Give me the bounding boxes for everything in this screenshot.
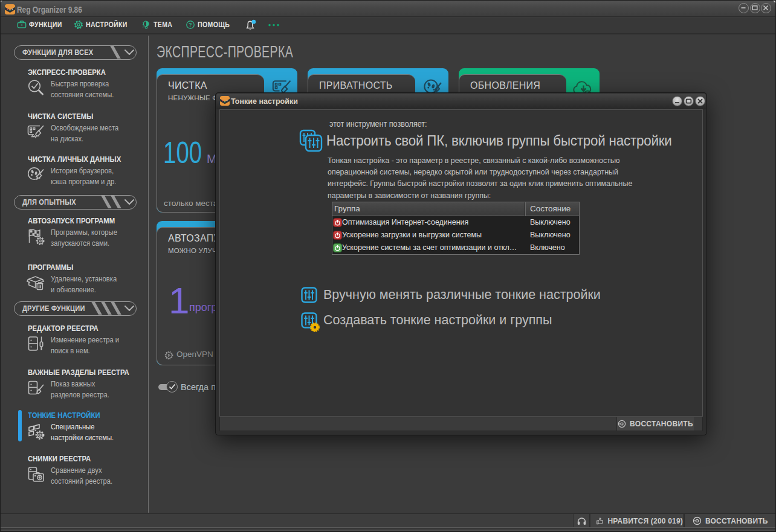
svg-text:?: ? — [189, 22, 192, 28]
